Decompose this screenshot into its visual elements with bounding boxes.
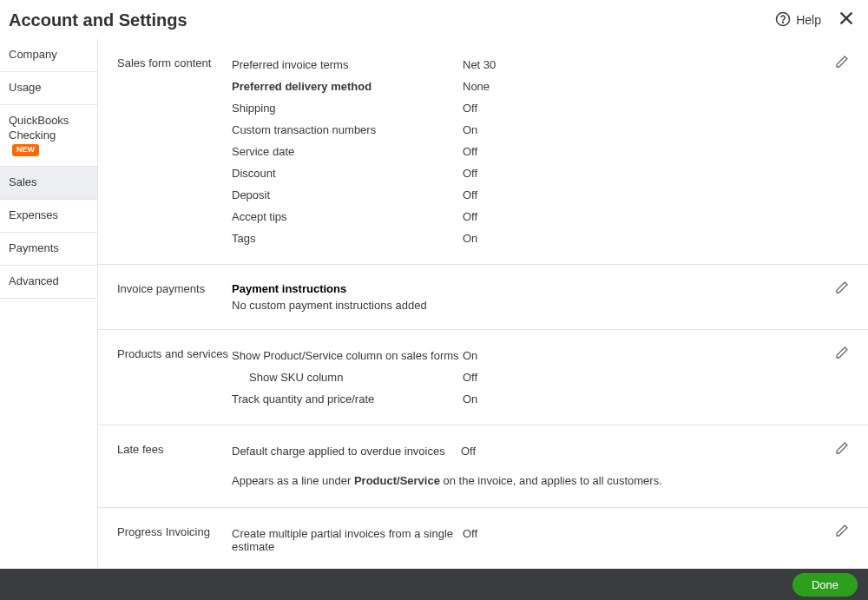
section-invoice-payments: Invoice payments Payment instructions No… [98,265,868,330]
row-value: On [463,349,477,362]
header: Account and Settings Help [0,0,868,39]
row-label: Accept tips [232,210,463,223]
edit-icon[interactable] [835,441,849,458]
row-value: Off [463,210,477,223]
sidebar: Company Usage QuickBooks Checking NEW Sa… [0,39,98,577]
sidebar-item-label: Expenses [9,208,58,221]
note-bold: Product/Service [354,474,440,487]
row-value: Off [463,167,477,180]
sidebar-item-company[interactable]: Company [0,39,97,72]
section-products-and-services: Products and services Show Product/Servi… [98,330,868,425]
section-body: Default charge applied to overdue invoic… [232,443,849,490]
row-track-quantity-price-rate: Track quantity and price/rate On [232,391,849,407]
row-accept-tips: Accept tips Off [232,208,849,225]
row-label: Default charge applied to overdue invoic… [232,445,461,458]
row-label: Create multiple partial invoices from a … [232,527,463,553]
help-button[interactable]: Help [775,11,821,30]
row-value: Off [463,145,477,158]
row-preferred-invoice-terms: Preferred invoice terms Net 30 [232,56,849,73]
sidebar-item-advanced[interactable]: Advanced [0,266,97,299]
sidebar-item-usage[interactable]: Usage [0,72,97,105]
row-label: Custom transaction numbers [232,123,463,136]
row-create-partial-invoices: Create multiple partial invoices from a … [232,525,849,555]
row-service-date: Service date Off [232,143,849,160]
note-suffix: on the invoice, and applies to all custo… [440,474,662,487]
row-label: Discount [232,167,463,180]
row-show-sku-column: Show SKU column Off [232,369,849,386]
row-label: Service date [232,145,463,158]
sidebar-item-expenses[interactable]: Expenses [0,200,97,233]
row-shipping: Shipping Off [232,100,849,116]
row-value: Off [463,371,477,384]
row-value: On [463,123,477,136]
sidebar-item-label: Sales [9,175,37,188]
section-title: Sales form content [117,56,232,247]
section-body: Payment instructions No custom payment i… [232,282,849,312]
row-label: Preferred invoice terms [232,58,463,71]
sidebar-item-label: QuickBooks Checking [9,114,69,142]
section-title: Late fees [117,443,232,490]
row-value: None [463,80,490,93]
payment-instructions-heading: Payment instructions [232,282,463,295]
row-deposit: Deposit Off [232,187,849,203]
sidebar-item-sales[interactable]: Sales [0,167,97,200]
edit-icon[interactable] [835,524,849,541]
section-body: Create multiple partial invoices from a … [232,525,849,555]
row-value: Off [463,188,477,201]
row-label: Track quantity and price/rate [232,392,463,405]
edit-icon[interactable] [835,346,849,363]
svg-point-1 [783,22,784,23]
edit-icon[interactable] [835,55,849,72]
svg-point-0 [777,12,790,25]
section-late-fees: Late fees Default charge applied to over… [98,425,868,508]
row-label: Show SKU column [232,371,463,384]
row-value: Off [463,102,477,115]
section-title: Progress Invoicing [117,525,232,555]
row-preferred-delivery-method: Preferred delivery method None [232,78,849,95]
row-label: Shipping [232,102,463,115]
section-body: Show Product/Service column on sales for… [232,347,849,407]
sidebar-item-quickbooks-checking[interactable]: QuickBooks Checking NEW [0,105,97,168]
row-value: Off [463,527,477,553]
row-value: On [463,232,477,245]
row-value: Net 30 [463,58,496,71]
sidebar-item-label: Company [9,48,57,61]
payment-instructions-sub: No custom payment instructions added [232,299,849,312]
sidebar-item-payments[interactable]: Payments [0,233,97,266]
section-title: Products and services [117,347,232,407]
sidebar-item-label: Advanced [9,274,59,287]
edit-icon[interactable] [835,280,849,298]
close-icon[interactable] [837,9,856,31]
row-label: Tags [232,232,463,245]
row-show-product-service-column: Show Product/Service column on sales for… [232,347,849,364]
row-value: On [463,392,477,405]
row-label: Deposit [232,188,463,201]
section-sales-form-content: Sales form content Preferred invoice ter… [98,39,868,265]
section-progress-invoicing: Progress Invoicing Create multiple parti… [98,508,868,573]
late-fees-note: Appears as a line under Product/Service … [232,473,683,490]
row-discount: Discount Off [232,165,849,181]
header-right: Help [775,9,856,31]
row-tags: Tags On [232,230,849,247]
row-default-charge-overdue: Default charge applied to overdue invoic… [232,443,849,459]
sidebar-item-label: Usage [9,81,42,94]
row-custom-transaction-numbers: Custom transaction numbers On [232,122,849,138]
page-title: Account and Settings [9,10,187,30]
footer: Done [0,569,868,600]
note-prefix: Appears as a line under [232,474,354,487]
section-body: Preferred invoice terms Net 30 Preferred… [232,56,849,247]
row-label: Preferred delivery method [232,80,463,93]
body-area: Company Usage QuickBooks Checking NEW Sa… [0,39,868,577]
help-label: Help [796,13,821,27]
done-button[interactable]: Done [792,573,858,597]
section-title: Invoice payments [117,282,232,312]
content-scroll[interactable]: Sales form content Preferred invoice ter… [98,39,868,577]
new-badge: NEW [12,144,39,156]
row-value: Off [461,445,476,458]
help-icon [775,11,791,30]
sidebar-item-label: Payments [9,241,59,254]
row-label: Show Product/Service column on sales for… [232,349,463,362]
